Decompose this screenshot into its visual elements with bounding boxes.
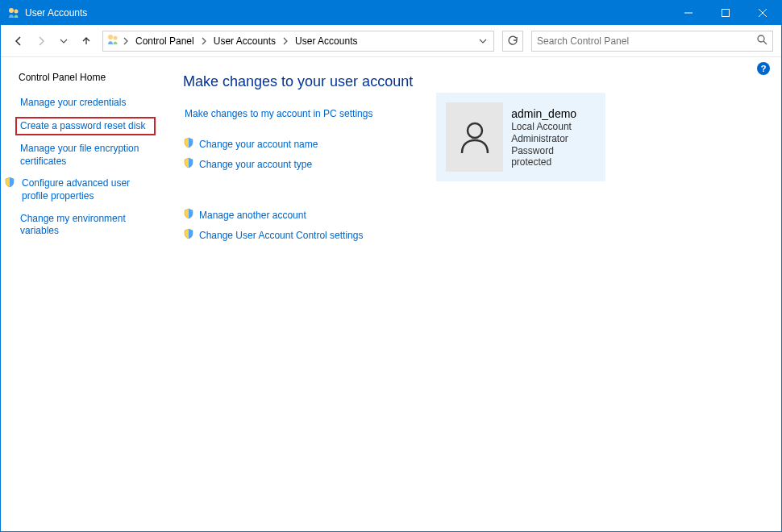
sidebar-link-create-password-reset-disk[interactable]: Create a password reset disk <box>15 117 156 136</box>
svg-point-0 <box>9 8 14 13</box>
sidebar-link-manage-encryption-certificates[interactable]: Manage your file encryption certificates <box>19 140 154 170</box>
link-label: Change User Account Control settings <box>199 230 363 241</box>
shield-icon <box>183 228 194 242</box>
account-role: Administrator <box>511 133 596 144</box>
account-info: admin_demo Local Account Administrator P… <box>511 107 596 168</box>
link-change-uac-settings[interactable]: Change User Account Control settings <box>183 228 765 242</box>
link-label: Change your account name <box>199 139 318 150</box>
main-panel: Make changes to your user account Make c… <box>162 57 781 531</box>
navbar: Control Panel User Accounts User Account… <box>1 25 781 57</box>
breadcrumb-control-panel[interactable]: Control Panel <box>132 34 198 48</box>
svg-point-10 <box>468 123 482 138</box>
maximize-button[interactable] <box>707 1 744 25</box>
sidebar-link-change-environment-variables[interactable]: Change my environment variables <box>19 210 154 240</box>
back-button[interactable] <box>9 31 28 51</box>
sidebar-link-manage-credentials[interactable]: Manage your credentials <box>19 94 154 112</box>
page-heading: Make changes to your user account <box>183 73 765 90</box>
sidebar-title: Control Panel Home <box>19 72 154 83</box>
svg-point-1 <box>15 10 19 14</box>
shield-icon <box>183 208 194 222</box>
svg-point-6 <box>108 35 113 39</box>
person-icon <box>455 118 494 156</box>
account-card: admin_demo Local Account Administrator P… <box>436 93 605 181</box>
up-button[interactable] <box>77 31 96 51</box>
chevron-right-icon <box>282 37 289 45</box>
chevron-right-icon <box>201 37 207 45</box>
address-bar[interactable]: Control Panel User Accounts User Account… <box>102 31 494 52</box>
svg-point-7 <box>114 36 118 40</box>
link-label: Manage another account <box>199 210 306 221</box>
app-icon <box>7 6 20 19</box>
address-dropdown-button[interactable] <box>476 37 490 45</box>
svg-line-9 <box>763 41 767 44</box>
account-name: admin_demo <box>511 107 596 120</box>
shield-icon <box>183 137 194 151</box>
content-area: ? Control Panel Home Manage your credent… <box>1 57 781 531</box>
close-button[interactable] <box>744 1 781 25</box>
minimize-button[interactable] <box>670 1 707 25</box>
account-type: Local Account <box>511 121 596 132</box>
user-accounts-icon <box>106 33 119 48</box>
account-password-status: Password protected <box>511 145 596 168</box>
avatar <box>446 102 503 172</box>
refresh-button[interactable] <box>502 31 523 52</box>
search-icon[interactable] <box>757 35 767 48</box>
svg-point-8 <box>758 35 764 42</box>
link-manage-another-account[interactable]: Manage another account <box>183 208 765 222</box>
link-label: Change your account type <box>199 159 312 170</box>
breadcrumb-user-accounts[interactable]: User Accounts <box>292 34 360 48</box>
sidebar: Control Panel Home Manage your credentia… <box>1 57 162 531</box>
link-label: Make changes to my account in PC setting… <box>185 108 372 119</box>
chevron-right-icon <box>123 37 129 45</box>
sidebar-link-configure-advanced-profile[interactable]: Configure advanced user profile properti… <box>20 175 154 205</box>
search-box[interactable] <box>531 31 773 52</box>
search-input[interactable] <box>537 35 757 47</box>
forward-button[interactable] <box>31 31 51 51</box>
shield-icon <box>183 157 194 171</box>
svg-rect-3 <box>722 10 730 17</box>
titlebar: User Accounts <box>1 1 781 25</box>
window-title: User Accounts <box>25 7 87 19</box>
breadcrumb-user-accounts-category[interactable]: User Accounts <box>210 34 279 48</box>
shield-icon <box>4 177 15 190</box>
recent-locations-button[interactable] <box>54 31 73 51</box>
